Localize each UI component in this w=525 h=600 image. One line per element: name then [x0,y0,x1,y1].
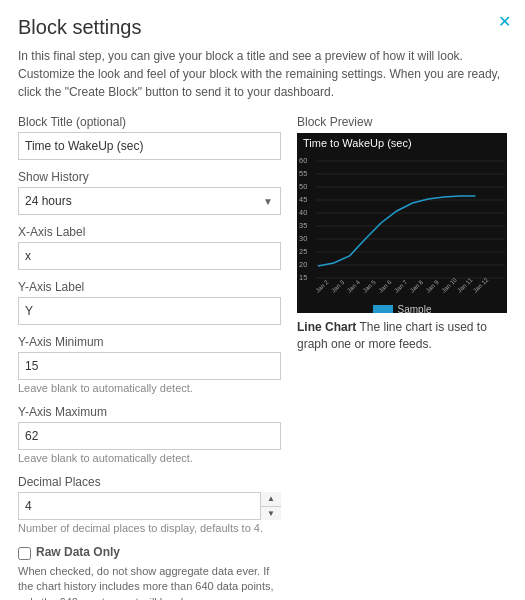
svg-text:50: 50 [299,183,307,191]
y-axis-max-input[interactable] [18,422,281,450]
x-axis-input[interactable] [18,242,281,270]
svg-text:60: 60 [299,157,307,165]
show-history-select[interactable]: 24 hours 12 hours 6 hours 1 hour 30 minu… [18,187,281,215]
decimal-places-hint: Number of decimal places to display, def… [18,522,263,534]
chart-description: Line Chart The line chart is used to gra… [297,319,507,353]
legend-color-swatch [373,305,393,314]
content-row: Block Title (optional) Show History 24 h… [18,115,507,600]
modal-title: Block settings [18,16,507,39]
right-column: Block Preview Time to WakeUp (sec) 60 55… [297,115,507,600]
chart-type-label: Line Chart [297,320,356,334]
chart-legend: Sample [297,302,507,313]
spinner-buttons: ▲ ▼ [260,492,281,520]
decimal-places-spinner: ▲ ▼ [18,492,281,520]
chart-title: Time to WakeUp (sec) [297,133,507,151]
decimal-places-input[interactable] [18,492,281,520]
svg-text:55: 55 [299,170,307,178]
y-axis-label: Y-Axis Label [18,280,281,294]
close-button[interactable]: ✕ [498,12,511,31]
left-column: Block Title (optional) Show History 24 h… [18,115,281,600]
spinner-down-button[interactable]: ▼ [261,507,281,521]
show-history-label: Show History [18,170,281,184]
spinner-up-button[interactable]: ▲ [261,492,281,507]
y-axis-input[interactable] [18,297,281,325]
y-axis-min-group: Y-Axis Minimum Leave blank to automatica… [18,335,281,395]
svg-rect-0 [297,151,507,299]
x-axis-label: X-Axis Label [18,225,281,239]
y-axis-min-hint: Leave blank to automatically detect. [18,382,193,394]
y-axis-min-label: Y-Axis Minimum [18,335,281,349]
raw-data-section: Raw Data Only When checked, do not show … [18,545,281,600]
block-title-label: Block Title (optional) [18,115,281,129]
y-axis-max-hint: Leave blank to automatically detect. [18,452,193,464]
svg-text:15: 15 [299,274,307,282]
y-axis-max-label: Y-Axis Maximum [18,405,281,419]
show-history-group: Show History 24 hours 12 hours 6 hours 1… [18,170,281,215]
chart-svg: 60 55 50 45 40 35 30 25 20 15 [297,151,507,299]
show-history-select-wrapper: 24 hours 12 hours 6 hours 1 hour 30 minu… [18,187,281,215]
raw-data-label: Raw Data Only [36,545,120,559]
raw-data-desc: When checked, do not show aggregate data… [18,564,281,600]
preview-label: Block Preview [297,115,507,129]
y-axis-group: Y-Axis Label [18,280,281,325]
raw-data-row: Raw Data Only [18,545,281,560]
svg-text:25: 25 [299,248,307,256]
modal-description: In this final step, you can give your bl… [18,47,507,101]
chart-container: Time to WakeUp (sec) 60 55 50 45 40 35 3… [297,133,507,313]
raw-data-checkbox[interactable] [18,547,31,560]
y-axis-max-group: Y-Axis Maximum Leave blank to automatica… [18,405,281,465]
block-title-group: Block Title (optional) [18,115,281,160]
svg-text:45: 45 [299,196,307,204]
y-axis-min-input[interactable] [18,352,281,380]
block-settings-modal: ✕ Block settings In this final step, you… [0,0,525,600]
decimal-places-label: Decimal Places [18,475,281,489]
svg-text:30: 30 [299,235,307,243]
decimal-places-group: Decimal Places ▲ ▼ Number of decimal pla… [18,475,281,535]
legend-label: Sample [398,304,432,313]
block-title-input[interactable] [18,132,281,160]
x-axis-group: X-Axis Label [18,225,281,270]
svg-text:20: 20 [299,261,307,269]
svg-text:35: 35 [299,222,307,230]
svg-text:40: 40 [299,209,307,217]
